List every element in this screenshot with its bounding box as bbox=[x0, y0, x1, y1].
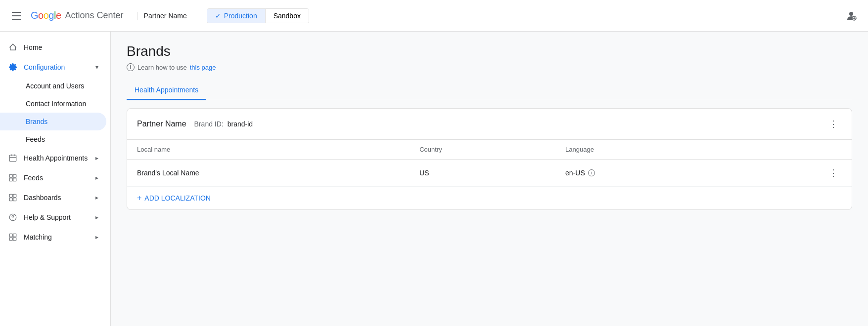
health-appointments-label: Health Appointments bbox=[24, 154, 88, 162]
production-label: Production bbox=[224, 12, 257, 20]
svg-point-14 bbox=[12, 219, 13, 219]
svg-rect-15 bbox=[9, 234, 12, 237]
home-icon bbox=[8, 42, 18, 52]
dashboards-expand-icon: ▸ bbox=[95, 194, 98, 201]
account-users-label: Account and Users bbox=[26, 82, 84, 90]
svg-rect-9 bbox=[9, 194, 12, 197]
production-button[interactable]: ✓ Production bbox=[207, 9, 266, 23]
dashboards-label: Dashboards bbox=[24, 194, 61, 202]
svg-rect-5 bbox=[9, 174, 12, 177]
app-name: Actions Center bbox=[65, 10, 124, 21]
feeds-icon bbox=[8, 173, 18, 183]
svg-rect-10 bbox=[13, 194, 16, 197]
sidebar-item-brands[interactable]: Brands bbox=[0, 113, 106, 130]
sidebar-item-feeds2[interactable]: Feeds ▸ bbox=[0, 168, 106, 188]
help-icon bbox=[8, 212, 18, 222]
table-row: Brand's Local Name US en-US i ⋮ bbox=[127, 160, 852, 187]
feeds-expand-icon: ▸ bbox=[95, 174, 98, 181]
svg-rect-4 bbox=[9, 155, 16, 162]
main-layout: Home Configuration ▾ Account and Users C… bbox=[0, 32, 868, 326]
col-local-name: Local name bbox=[127, 140, 410, 160]
col-country: Country bbox=[410, 140, 555, 160]
contact-info-label: Contact Information bbox=[26, 100, 86, 108]
help-expand-icon: ▸ bbox=[95, 214, 98, 221]
google-logo: Google bbox=[31, 10, 61, 21]
hamburger-menu[interactable] bbox=[8, 8, 25, 24]
sidebar-item-feeds[interactable]: Feeds bbox=[0, 130, 106, 148]
brand-header-more-icon[interactable]: ⋮ bbox=[825, 117, 842, 131]
this-page-link[interactable]: this page bbox=[190, 64, 216, 71]
sidebar-item-home[interactable]: Home bbox=[0, 38, 106, 57]
logo-area: Google Actions Center bbox=[31, 10, 124, 21]
sidebar-item-help-support[interactable]: Help & Support ▸ bbox=[0, 207, 106, 227]
sandbox-button[interactable]: Sandbox bbox=[266, 9, 309, 23]
add-icon: + bbox=[137, 194, 141, 203]
tabs-bar: Health Appointments bbox=[127, 81, 852, 100]
brands-label: Brands bbox=[26, 118, 47, 125]
brand-id-label: Brand ID: bbox=[194, 120, 224, 128]
add-localization-button[interactable]: + ADD LOCALIZATION bbox=[127, 186, 852, 209]
row-more-cell: ⋮ bbox=[726, 160, 852, 187]
health-icon bbox=[8, 153, 18, 163]
svg-rect-16 bbox=[13, 234, 16, 237]
cell-language: en-US i bbox=[555, 160, 726, 187]
language-info-icon: i bbox=[588, 169, 595, 176]
row-language-text: en-US bbox=[565, 169, 585, 177]
brand-table: Local name Country Language Brand's Loca… bbox=[127, 140, 852, 186]
col-language: Language bbox=[555, 140, 726, 160]
tab-health-appointments[interactable]: Health Appointments bbox=[127, 81, 206, 100]
cell-local-name: Brand's Local Name bbox=[127, 160, 410, 187]
sidebar-item-matching[interactable]: Matching ▸ bbox=[0, 227, 106, 247]
feeds-label: Feeds bbox=[26, 135, 45, 143]
expand-icon: ▾ bbox=[95, 64, 98, 71]
cell-country: US bbox=[410, 160, 555, 187]
health-expand-icon: ▸ bbox=[95, 155, 98, 162]
brand-card: Partner Name Brand ID: brand-id ⋮ Local … bbox=[127, 108, 852, 210]
svg-rect-8 bbox=[13, 178, 16, 181]
help-support-label: Help & Support bbox=[24, 213, 71, 221]
settings-icon bbox=[8, 62, 18, 72]
sidebar-item-configuration[interactable]: Configuration ▾ bbox=[0, 57, 106, 77]
matching-label: Matching bbox=[24, 233, 52, 241]
svg-rect-7 bbox=[9, 178, 12, 181]
sandbox-label: Sandbox bbox=[274, 12, 301, 20]
svg-rect-12 bbox=[13, 198, 16, 201]
home-label: Home bbox=[24, 43, 42, 51]
svg-rect-17 bbox=[9, 238, 12, 241]
svg-rect-18 bbox=[13, 238, 16, 241]
add-localization-label: ADD LOCALIZATION bbox=[144, 194, 211, 202]
sidebar: Home Configuration ▾ Account and Users C… bbox=[0, 32, 111, 326]
env-switcher: ✓ Production Sandbox bbox=[207, 8, 309, 23]
sidebar-item-health-appointments[interactable]: Health Appointments ▸ bbox=[0, 148, 106, 168]
dashboards-icon bbox=[8, 193, 18, 203]
info-icon: i bbox=[127, 63, 135, 71]
partner-name: Partner Name bbox=[137, 12, 193, 20]
page-title: Brands bbox=[127, 43, 852, 59]
svg-rect-6 bbox=[13, 174, 16, 177]
svg-point-0 bbox=[849, 12, 853, 16]
account-icon[interactable] bbox=[842, 7, 860, 25]
main-content: Brands i Learn how to use this page Heal… bbox=[111, 32, 868, 326]
brand-id-value: brand-id bbox=[228, 120, 253, 128]
brand-partner-name: Partner Name bbox=[137, 120, 186, 128]
svg-rect-11 bbox=[9, 198, 12, 201]
matching-expand-icon: ▸ bbox=[95, 234, 98, 241]
sidebar-item-dashboards[interactable]: Dashboards ▸ bbox=[0, 188, 106, 207]
matching-icon bbox=[8, 232, 18, 242]
learn-text: Learn how to use bbox=[137, 64, 187, 71]
configuration-label: Configuration bbox=[24, 63, 65, 71]
brand-card-header: Partner Name Brand ID: brand-id ⋮ bbox=[127, 109, 852, 140]
row-more-icon[interactable]: ⋮ bbox=[825, 166, 842, 180]
feeds2-label: Feeds bbox=[24, 174, 43, 182]
check-icon: ✓ bbox=[215, 12, 221, 20]
sidebar-item-account-users[interactable]: Account and Users bbox=[0, 77, 106, 95]
sidebar-item-contact-info[interactable]: Contact Information bbox=[0, 95, 106, 113]
learn-link-container: i Learn how to use this page bbox=[127, 63, 852, 71]
app-header: Google Actions Center Partner Name ✓ Pro… bbox=[0, 0, 868, 32]
